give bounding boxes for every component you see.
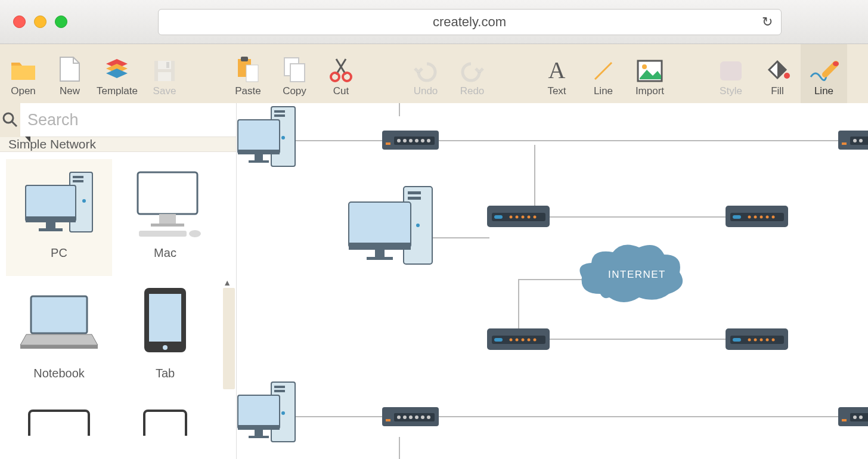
svg-rect-23: [73, 180, 83, 182]
svg-point-111: [409, 415, 413, 419]
svg-rect-103: [238, 425, 280, 430]
svg-point-119: [859, 139, 863, 142]
new-button[interactable]: New: [46, 44, 93, 103]
svg-point-95: [760, 339, 763, 342]
svg-point-70: [516, 216, 519, 219]
line-style-icon: [808, 59, 839, 83]
paste-icon: [235, 55, 261, 83]
import-button[interactable]: Import: [627, 44, 673, 103]
svg-rect-42: [274, 110, 285, 113]
svg-line-13: [595, 63, 612, 79]
svg-rect-62: [349, 202, 411, 247]
svg-point-61: [416, 224, 420, 227]
node-router-4[interactable]: [726, 328, 788, 350]
shape-notebook[interactable]: Notebook: [6, 280, 112, 396]
svg-rect-104: [255, 430, 263, 436]
svg-rect-4: [158, 72, 171, 81]
svg-point-53: [403, 139, 407, 142]
close-window-icon[interactable]: [13, 15, 26, 28]
node-pc-3[interactable]: [237, 379, 302, 456]
svg-rect-116: [842, 142, 847, 145]
minimize-window-icon[interactable]: [34, 15, 46, 28]
svg-rect-39: [29, 411, 89, 436]
fill-button[interactable]: Fill: [754, 44, 801, 103]
svg-rect-63: [349, 243, 411, 250]
reload-icon[interactable]: ↻: [762, 14, 773, 30]
node-cloud-internet[interactable]: INTERNET: [574, 240, 687, 314]
line-style-button[interactable]: Line: [801, 44, 847, 103]
search-icon[interactable]: [0, 103, 20, 137]
node-pc-1[interactable]: [237, 103, 302, 181]
svg-point-77: [748, 216, 751, 219]
svg-rect-26: [26, 216, 76, 222]
node-switch-4[interactable]: [838, 407, 868, 426]
svg-rect-16: [720, 61, 742, 80]
text-button[interactable]: A Text: [534, 44, 580, 103]
svg-point-17: [784, 73, 790, 79]
diagram-canvas[interactable]: INTERNET: [237, 103, 868, 459]
svg-point-72: [528, 216, 531, 219]
shape-tab[interactable]: Tab: [112, 280, 218, 396]
svg-point-57: [427, 139, 430, 142]
svg-point-79: [760, 216, 763, 219]
window-controls[interactable]: [13, 15, 67, 28]
svg-point-11: [343, 73, 351, 81]
redo-button[interactable]: Redo: [449, 44, 495, 103]
copy-button[interactable]: Copy: [271, 44, 318, 103]
svg-point-52: [397, 139, 401, 142]
node-switch-2[interactable]: [382, 407, 439, 426]
cut-button[interactable]: Cut: [318, 44, 364, 103]
shape-extra-1[interactable]: [6, 400, 112, 459]
node-pc-2[interactable]: [344, 181, 439, 276]
style-button[interactable]: Style: [708, 44, 754, 103]
workspace: Simple Network ▲ PC: [0, 103, 868, 459]
svg-rect-40: [144, 411, 186, 436]
template-button[interactable]: Template: [93, 44, 141, 103]
browser-chrome: creately.com ↻: [0, 0, 868, 44]
search-input[interactable]: [20, 111, 236, 129]
svg-rect-48: [249, 160, 269, 163]
svg-rect-29: [138, 172, 197, 214]
scroll-track[interactable]: [223, 288, 235, 389]
line-tool-button[interactable]: Line: [580, 44, 627, 103]
paste-button[interactable]: Paste: [225, 44, 271, 103]
svg-point-44: [281, 136, 285, 139]
svg-rect-35: [20, 345, 98, 349]
shape-mac[interactable]: Mac: [112, 159, 218, 276]
svg-point-86: [516, 339, 519, 342]
svg-rect-60: [408, 197, 421, 200]
copy-icon: [282, 55, 307, 83]
svg-rect-9: [290, 64, 305, 82]
svg-rect-64: [375, 250, 385, 257]
svg-rect-105: [249, 436, 269, 438]
node-switch-1[interactable]: [382, 131, 439, 150]
undo-button[interactable]: Undo: [402, 44, 449, 103]
svg-rect-34: [31, 296, 87, 333]
node-router-1[interactable]: [487, 206, 550, 227]
save-button[interactable]: Save: [141, 44, 188, 103]
svg-point-113: [421, 415, 424, 419]
scroll-up-icon[interactable]: ▲: [223, 278, 231, 287]
open-button[interactable]: Open: [0, 44, 46, 103]
node-router-2[interactable]: [726, 206, 788, 227]
node-router-3[interactable]: [487, 328, 550, 350]
svg-point-33: [189, 230, 201, 237]
svg-rect-84: [494, 338, 503, 342]
toolbar: Open New Template Save Paste Copy Cut Un…: [0, 44, 868, 103]
svg-rect-59: [408, 191, 421, 194]
shape-category-label[interactable]: Simple Network: [0, 137, 236, 152]
new-file-icon: [58, 55, 81, 83]
svg-point-71: [522, 216, 525, 219]
svg-rect-121: [842, 419, 847, 421]
svg-point-54: [409, 139, 413, 142]
node-switch-3[interactable]: [838, 131, 868, 150]
svg-point-55: [415, 139, 418, 142]
svg-rect-6: [241, 57, 248, 61]
url-bar[interactable]: creately.com ↻: [158, 9, 782, 35]
template-icon: [104, 57, 130, 83]
mac-icon: [123, 159, 207, 243]
shape-pc[interactable]: PC: [6, 159, 112, 276]
shape-extra-2[interactable]: [112, 400, 218, 459]
svg-rect-28: [39, 228, 63, 231]
maximize-window-icon[interactable]: [55, 15, 67, 28]
